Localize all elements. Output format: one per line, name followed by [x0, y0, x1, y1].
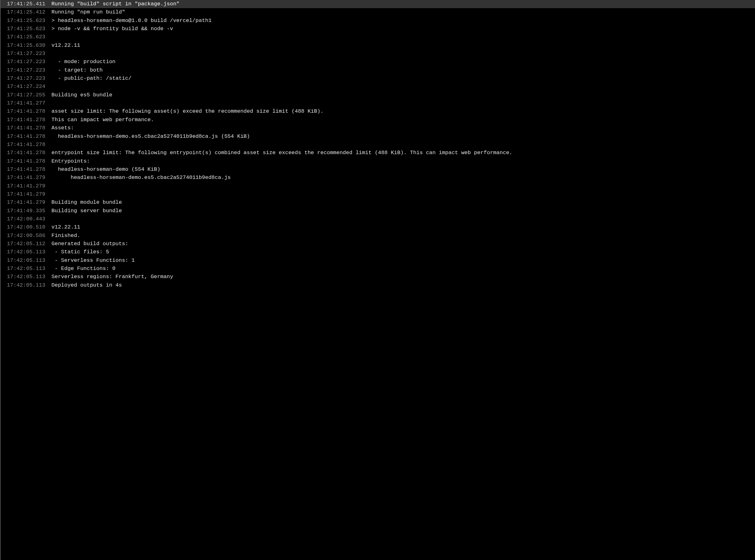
log-row[interactable]: 17:41:41.279Building module bundle	[1, 198, 755, 206]
log-timestamp: 17:41:41.278	[1, 165, 47, 174]
log-timestamp: 17:41:25.412	[1, 8, 47, 16]
log-timestamp: 17:41:49.335	[1, 207, 47, 215]
log-row[interactable]: 17:41:27.223 - public-path: /static/	[1, 74, 755, 83]
log-timestamp: 17:41:41.278	[1, 141, 47, 149]
log-row[interactable]: 17:41:41.278 headless-horseman-demo.es5.…	[1, 133, 755, 141]
log-message: Generated build outputs:	[47, 240, 752, 248]
log-timestamp: 17:41:41.278	[1, 149, 47, 157]
log-message: headless-horseman-demo.es5.cbac2a5274011…	[47, 133, 752, 141]
log-row[interactable]: 17:42:00.510v12.22.11	[1, 223, 755, 231]
log-row[interactable]: 17:41:41.278asset size limit: The follow…	[1, 107, 755, 116]
log-message: Deployed outputs in 4s	[47, 281, 752, 289]
log-timestamp: 17:41:27.224	[1, 83, 47, 91]
log-timestamp: 17:41:27.223	[1, 66, 47, 74]
log-timestamp: 17:42:00.586	[1, 232, 47, 240]
log-row[interactable]: 17:41:41.278Entrypoints:	[1, 157, 755, 165]
log-row[interactable]: 17:41:41.278	[1, 141, 755, 149]
log-timestamp: 17:41:41.279	[1, 174, 47, 182]
log-timestamp: 17:41:27.223	[1, 49, 47, 58]
log-message: Building server bundle	[47, 207, 752, 215]
log-message: asset size limit: The following asset(s)…	[47, 107, 752, 116]
log-message: This can impact web performance.	[47, 116, 752, 124]
log-row[interactable]: 17:41:25.411Running "build" script in "p…	[1, 0, 755, 8]
log-row[interactable]: 17:41:41.279	[1, 190, 755, 198]
log-row[interactable]: 17:41:25.623	[1, 33, 755, 41]
log-timestamp: 17:42:00.510	[1, 223, 47, 231]
log-timestamp: 17:41:27.223	[1, 58, 47, 66]
log-message: - Static files: 5	[47, 248, 752, 256]
log-row[interactable]: 17:42:05.112Generated build outputs:	[1, 240, 755, 248]
log-timestamp: 17:41:41.279	[1, 190, 47, 198]
log-message: headless-horseman-demo (554 KiB)	[47, 165, 752, 174]
log-message: - target: both	[47, 66, 752, 74]
log-timestamp: 17:41:41.278	[1, 124, 47, 132]
log-message: Entrypoints:	[47, 157, 752, 165]
log-row[interactable]: 17:41:27.223	[1, 49, 755, 58]
log-row[interactable]: 17:41:27.255Building es5 bundle	[1, 91, 755, 99]
log-row[interactable]: 17:41:41.277	[1, 99, 755, 107]
log-timestamp: 17:41:41.278	[1, 107, 47, 116]
log-message: Finished.	[47, 232, 752, 240]
log-timestamp: 17:42:05.113	[1, 257, 47, 265]
log-message: entrypoint size limit: The following ent…	[47, 149, 752, 157]
log-row[interactable]: 17:42:05.113 - Serverless Functions: 1	[1, 257, 755, 265]
log-message: headless-horseman-demo.es5.cbac2a5274011…	[47, 174, 752, 182]
log-message: - mode: production	[47, 58, 752, 66]
log-timestamp: 17:41:41.278	[1, 133, 47, 141]
log-timestamp: 17:41:41.278	[1, 116, 47, 124]
log-message: Serverless regions: Frankfurt, Germany	[47, 273, 752, 281]
log-row[interactable]: 17:42:05.113Serverless regions: Frankfur…	[1, 273, 755, 281]
log-row[interactable]: 17:41:25.623> node -v && frontity build …	[1, 25, 755, 33]
build-log: 17:41:25.411Running "build" script in "p…	[1, 0, 755, 289]
log-message: v12.22.11	[47, 41, 752, 49]
log-timestamp: 17:41:27.255	[1, 91, 47, 99]
log-row[interactable]: 17:41:27.223 - target: both	[1, 66, 755, 74]
log-message: > node -v && frontity build && node -v	[47, 25, 752, 33]
log-row[interactable]: 17:41:25.630v12.22.11	[1, 41, 755, 49]
log-message: - Serverless Functions: 1	[47, 257, 752, 265]
log-message: Assets:	[47, 124, 752, 132]
log-message: v12.22.11	[47, 223, 752, 231]
log-timestamp: 17:41:25.623	[1, 25, 47, 33]
log-message: > headless-horseman-demo@1.0.0 build /ve…	[47, 17, 752, 25]
log-timestamp: 17:41:27.223	[1, 74, 47, 83]
log-timestamp: 17:42:05.113	[1, 281, 47, 289]
log-row[interactable]: 17:42:05.113Deployed outputs in 4s	[1, 281, 755, 289]
log-message: Running "npm run build"	[47, 8, 752, 16]
log-row[interactable]: 17:42:05.113 - Edge Functions: 0	[1, 265, 755, 273]
log-timestamp: 17:41:41.279	[1, 182, 47, 190]
log-message: - Edge Functions: 0	[47, 265, 752, 273]
log-timestamp: 17:41:41.277	[1, 99, 47, 107]
log-row[interactable]: 17:42:00.586Finished.	[1, 232, 755, 240]
log-timestamp: 17:41:25.623	[1, 17, 47, 25]
log-timestamp: 17:42:05.113	[1, 273, 47, 281]
log-message: - public-path: /static/	[47, 74, 752, 83]
log-row[interactable]: 17:41:41.278Assets:	[1, 124, 755, 132]
log-row[interactable]: 17:41:25.412Running "npm run build"	[1, 8, 755, 16]
log-timestamp: 17:41:41.278	[1, 157, 47, 165]
log-timestamp: 17:42:05.113	[1, 248, 47, 256]
log-timestamp: 17:42:05.112	[1, 240, 47, 248]
log-message: Running "build" script in "package.json"	[47, 0, 752, 8]
log-timestamp: 17:42:00.443	[1, 215, 47, 223]
log-timestamp: 17:41:25.630	[1, 41, 47, 49]
log-message: Building module bundle	[47, 198, 752, 206]
log-row[interactable]: 17:41:25.623> headless-horseman-demo@1.0…	[1, 17, 755, 25]
log-row[interactable]: 17:41:41.279	[1, 182, 755, 190]
log-row[interactable]: 17:42:05.113 - Static files: 5	[1, 248, 755, 256]
log-row[interactable]: 17:41:41.278This can impact web performa…	[1, 116, 755, 124]
log-timestamp: 17:41:25.411	[1, 0, 47, 8]
log-row[interactable]: 17:41:49.335Building server bundle	[1, 207, 755, 215]
log-row[interactable]: 17:41:41.278entrypoint size limit: The f…	[1, 149, 755, 157]
log-timestamp: 17:41:41.279	[1, 198, 47, 206]
log-row[interactable]: 17:42:00.443	[1, 215, 755, 223]
log-timestamp: 17:42:05.113	[1, 265, 47, 273]
log-row[interactable]: 17:41:27.224	[1, 83, 755, 91]
log-message: Building es5 bundle	[47, 91, 752, 99]
log-timestamp: 17:41:25.623	[1, 33, 47, 41]
log-row[interactable]: 17:41:41.278 headless-horseman-demo (554…	[1, 165, 755, 174]
log-row[interactable]: 17:41:27.223 - mode: production	[1, 58, 755, 66]
log-row[interactable]: 17:41:41.279 headless-horseman-demo.es5.…	[1, 174, 755, 182]
